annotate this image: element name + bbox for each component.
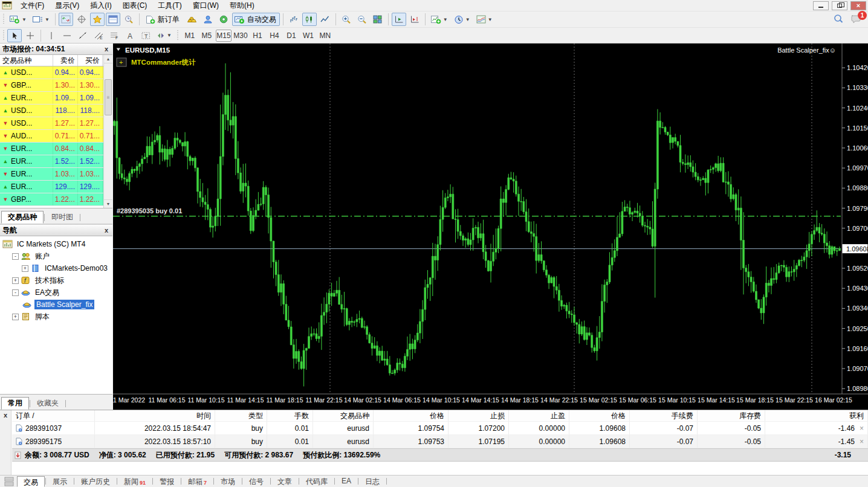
bar-chart-mode-button[interactable] xyxy=(287,13,301,26)
close-order-icon[interactable]: × xyxy=(860,437,864,446)
line-chart-mode-button[interactable] xyxy=(318,13,332,26)
market-watch-column-header[interactable]: 买价 xyxy=(78,55,103,66)
timeframe-h4-button[interactable]: H4 xyxy=(267,30,282,42)
menu-item-2[interactable]: 显示(V) xyxy=(50,0,85,11)
market-watch-row[interactable]: ▲EUR...1.09...1.09... xyxy=(0,92,112,105)
data-window-button[interactable] xyxy=(74,13,89,26)
terminal-tab-1[interactable]: 交易 xyxy=(17,476,45,487)
terminal-tab-9[interactable]: 文章 xyxy=(271,476,298,487)
new-chart-button[interactable]: ▼ xyxy=(7,13,29,26)
expand-icon[interactable]: + xyxy=(12,314,19,320)
signals-button[interactable] xyxy=(216,13,231,26)
orders-column-header[interactable]: 订单 / xyxy=(12,410,95,421)
menu-item-7[interactable]: 帮助(H) xyxy=(224,0,260,11)
menu-item-3[interactable]: 插入(I) xyxy=(85,0,117,11)
market-watch-row[interactable]: ▼GBP...1.22...1.22... xyxy=(0,193,112,206)
draw-cursor-button[interactable] xyxy=(7,29,22,42)
restore-button[interactable] xyxy=(832,1,847,10)
scroll-up-icon[interactable]: ▲ xyxy=(104,55,112,63)
scroll-thumb[interactable]: ≡ xyxy=(105,79,112,115)
terminal-tab-10[interactable]: 代码库 xyxy=(300,476,334,487)
orders-column-header[interactable]: 获利 xyxy=(765,410,868,421)
orders-column-header[interactable]: 止损 xyxy=(449,410,509,421)
market-watch-column-header[interactable]: 卖价 xyxy=(53,55,78,66)
templates-button[interactable]: ▼ xyxy=(474,13,495,26)
terminal-close-icon[interactable]: x xyxy=(0,410,11,419)
new-order-button[interactable]: 新订单 xyxy=(143,13,183,26)
timeframe-d1-button[interactable]: D1 xyxy=(283,30,299,42)
draw-crosshair-button[interactable] xyxy=(23,29,37,42)
market-watch-row[interactable]: ▼EUR...1.03...1.03... xyxy=(0,168,112,181)
zoom-out-button[interactable] xyxy=(355,13,369,26)
auto-scroll-button[interactable] xyxy=(392,13,406,26)
menu-item-1[interactable]: 文件(F) xyxy=(15,0,50,11)
terminal-toggle-button[interactable] xyxy=(106,13,120,26)
orders-column-header[interactable]: 手续费 xyxy=(630,410,698,421)
chart-shift-button[interactable] xyxy=(407,13,422,26)
menu-item-4[interactable]: 图表(C) xyxy=(117,0,153,11)
draw-vertical-line-button[interactable] xyxy=(44,29,59,42)
chevron-down-icon[interactable]: ▼ xyxy=(488,17,493,22)
timeframe-m1-button[interactable]: M1 xyxy=(182,30,198,42)
autotrading-button[interactable]: 自动交易 xyxy=(232,13,280,26)
metaeditor-button[interactable] xyxy=(184,13,199,26)
market-watch-row[interactable]: ▼GBP...1.30...1.30... xyxy=(0,79,112,92)
draw-equidistant-channel-button[interactable]: E xyxy=(91,29,106,42)
order-row[interactable]: 2893910372022.03.15 18:54:47buy0.01eurus… xyxy=(12,422,868,435)
navigator-item-battle-scalper-fix[interactable]: Battle Scalper_fix xyxy=(0,298,112,311)
navigator-item--[interactable]: -账户 xyxy=(0,250,112,262)
navigator-item-ic-markets-sc-mt4[interactable]: IC Markets (SC) MT4 xyxy=(0,238,112,250)
expand-icon[interactable]: + xyxy=(22,265,28,272)
market-watch-tab-1[interactable]: 交易品种 xyxy=(1,211,44,224)
close-button[interactable]: × xyxy=(850,1,866,10)
draw-text-label-button[interactable]: T xyxy=(138,29,153,42)
orders-column-header[interactable]: 手数 xyxy=(267,410,313,421)
indicators-list-button[interactable]: ▼ xyxy=(429,13,450,26)
navigator-close-icon[interactable]: x xyxy=(103,227,110,234)
terminal-tab-11[interactable]: EA xyxy=(335,476,357,487)
draw-trendline-button[interactable] xyxy=(76,29,90,42)
notifications-icon[interactable]: 1 xyxy=(850,14,863,25)
market-watch-row[interactable]: ▼AUD...0.71...0.71... xyxy=(0,130,112,143)
orders-column-header[interactable]: 时间 xyxy=(95,410,215,421)
timeframe-m30-button[interactable]: M30 xyxy=(233,30,248,42)
market-watch-row[interactable]: ▲EUR...129....129.... xyxy=(0,181,112,193)
chart-window[interactable]: #289395035 buy 0.011.104201.103301.10240… xyxy=(113,44,868,410)
collapse-icon[interactable]: - xyxy=(12,289,19,296)
navigator-tab-1[interactable]: 常用 xyxy=(1,397,29,410)
chevron-down-icon[interactable]: ▼ xyxy=(443,17,448,22)
terminal-tab-5[interactable]: 警报 xyxy=(154,476,180,487)
draw-arrows-button[interactable]: ▼ xyxy=(154,29,174,42)
profiles-button[interactable]: ▼ xyxy=(30,13,52,26)
terminal-tab-3[interactable]: 账户历史 xyxy=(75,476,116,487)
timeframe-h1-button[interactable]: H1 xyxy=(250,30,265,42)
menu-item-6[interactable]: 窗口(W) xyxy=(187,0,224,11)
market-watch-row[interactable]: ▲USD...118....118.... xyxy=(0,105,112,117)
terminal-tab-6[interactable]: 邮箱7 xyxy=(182,476,213,487)
terminal-tab-12[interactable]: 日志 xyxy=(359,476,386,487)
order-row[interactable]: 2893951752022.03.15 18:57:10buy0.01eurus… xyxy=(12,435,868,448)
timeframe-mn-button[interactable]: MN xyxy=(317,30,333,42)
orders-column-header[interactable]: 止盈 xyxy=(509,410,569,421)
scroll-down-icon[interactable]: ▼ xyxy=(104,199,112,208)
draw-fibonacci-button[interactable]: F xyxy=(107,29,121,42)
chevron-down-icon[interactable]: ▼ xyxy=(167,33,172,38)
navigator-item-ea-[interactable]: -EA交易 xyxy=(0,286,112,298)
terminal-tab-4[interactable]: 新闻91 xyxy=(118,476,152,487)
zoom-in-button[interactable] xyxy=(339,13,354,26)
expand-icon[interactable]: + xyxy=(12,277,19,284)
market-watch-column-header[interactable]: 交易品种 xyxy=(0,55,53,66)
close-order-icon[interactable]: × xyxy=(860,424,864,433)
orders-column-header[interactable]: 类型 xyxy=(215,410,267,421)
chevron-down-icon[interactable]: ▼ xyxy=(22,17,27,22)
market-watch-row[interactable]: ▼EUR...0.84...0.84... xyxy=(0,143,112,155)
market-watch-tab-2[interactable]: 即时图 xyxy=(45,211,79,224)
orders-column-header[interactable]: 价格 xyxy=(569,410,630,421)
orders-column-header[interactable]: 价格 xyxy=(374,410,449,421)
navigator-toggle-button[interactable] xyxy=(90,13,105,26)
chevron-down-icon[interactable]: ▼ xyxy=(45,17,50,22)
candle-mode-button[interactable] xyxy=(302,13,317,26)
terminal-tab-7[interactable]: 市场 xyxy=(215,476,241,487)
market-watch-row[interactable]: ▼USD...1.27...1.27... xyxy=(0,117,112,130)
timeframe-m15-button[interactable]: M15 xyxy=(216,30,232,42)
